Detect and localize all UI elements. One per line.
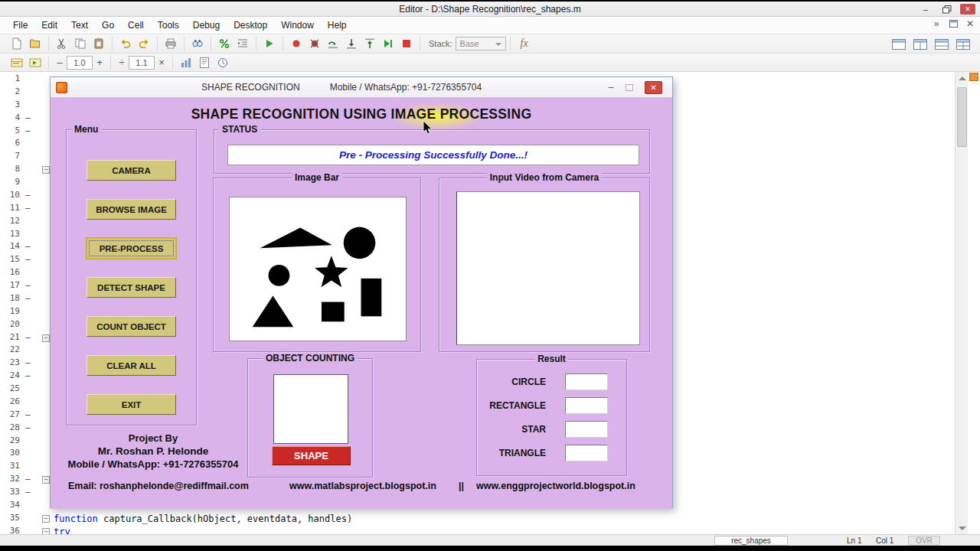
menu-button[interactable]: CLEAR ALL [87, 355, 176, 376]
gui-maximize-button[interactable] [620, 80, 639, 94]
close-document-icon[interactable]: ✕ [965, 18, 975, 29]
insert-function-icon[interactable]: fx [521, 37, 528, 50]
gui-window-title: SHAPE RECOGNITION [201, 82, 300, 93]
increment-value-button[interactable]: + [93, 56, 106, 70]
menu-button[interactable]: BROWSE IMAGE [87, 199, 176, 220]
comment-icon[interactable] [216, 36, 233, 51]
run-icon[interactable] [261, 36, 278, 51]
line-number-row: 26 [0, 396, 35, 409]
insert-cell-divider-icon[interactable] [8, 55, 25, 70]
menu-item[interactable]: Window [274, 18, 321, 33]
publish-icon[interactable] [196, 55, 213, 70]
dock-icon[interactable] [948, 18, 959, 29]
divide-value-button[interactable]: ÷ [115, 56, 129, 70]
shape-count-button[interactable]: SHAPE [272, 446, 351, 465]
line-numbers: 1234–5–678910–11–121314–15–1617–18–19202… [0, 73, 35, 534]
toolbar-separator [510, 37, 511, 51]
menu-item[interactable]: Tools [151, 18, 186, 33]
scrollbar-down-arrow[interactable] [956, 522, 969, 534]
toolbar-separator [283, 37, 283, 51]
editor-pane[interactable]: 1234–5–678910–11–121314–15–1617–18–19202… [0, 72, 980, 534]
layout-maximize-icon[interactable] [890, 37, 907, 52]
line-number-row: 35 [0, 512, 35, 525]
redo-icon[interactable] [136, 36, 152, 51]
evaluate-cell-icon[interactable] [27, 55, 44, 70]
close-button[interactable]: ✕ [960, 4, 975, 15]
step-out-icon[interactable] [361, 36, 378, 51]
step-icon[interactable] [325, 36, 341, 51]
menu-panel-label: Menu [71, 124, 101, 135]
line-number-row: 31 [0, 460, 35, 473]
menu-item[interactable]: Edit [34, 18, 64, 33]
statusbar: rec_shapes Ln 1 Col 1 OVR [0, 534, 980, 546]
indent-icon[interactable] [234, 36, 251, 51]
layout-tile-icon[interactable] [955, 37, 972, 52]
gui-titlebar[interactable]: SHAPE RECOGNITION Mobile / WhatsApp: +91… [51, 77, 672, 98]
result-value-input[interactable] [565, 445, 608, 461]
gui-minimize-button[interactable]: – [602, 80, 620, 94]
gui-close-button[interactable]: ✕ [645, 81, 662, 94]
print-icon[interactable] [162, 36, 179, 51]
code-fold-icon[interactable]: – [42, 334, 50, 342]
decrement-value-button[interactable]: – [53, 56, 67, 70]
code-fold-icon[interactable]: – [42, 166, 50, 174]
menu-item[interactable]: Text [64, 18, 95, 33]
camera-video-panel: Input Video from Camera [439, 178, 650, 352]
result-value-input[interactable] [565, 397, 608, 414]
scrollbar-up-arrow[interactable] [956, 72, 969, 84]
toolbar-separator [157, 37, 158, 51]
code-fold-icon[interactable]: – [42, 515, 50, 523]
line-number-row: 22 [0, 344, 35, 357]
result-value-input[interactable] [565, 373, 608, 390]
open-file-icon[interactable] [27, 36, 44, 51]
menu-button[interactable]: DETECT SHAPE [87, 277, 176, 298]
matlab-titlebar[interactable]: Editor - D:\Shape Recognition\rec_shapes… [0, 2, 980, 17]
clock-icon[interactable] [214, 55, 231, 70]
set-breakpoint-icon[interactable] [288, 36, 305, 51]
status-message-field[interactable]: Pre - Processing Successfully Done...! [227, 145, 639, 165]
clear-breakpoints-icon[interactable] [306, 36, 323, 51]
menu-item[interactable]: File [6, 18, 34, 33]
find-icon[interactable] [189, 36, 206, 51]
line-number-row: 17– [0, 279, 35, 292]
value-step-input[interactable] [67, 56, 93, 70]
menu-item[interactable]: Cell [121, 18, 151, 33]
menu-item[interactable]: Help [321, 18, 354, 33]
stack-dropdown[interactable]: Base [456, 37, 506, 51]
cut-icon[interactable] [54, 36, 70, 51]
restore-button[interactable] [939, 4, 956, 15]
menu-item[interactable]: Go [95, 18, 121, 33]
paste-icon[interactable] [90, 36, 107, 51]
menu-button[interactable]: CAMERA [87, 160, 176, 181]
step-in-icon[interactable] [343, 36, 360, 51]
line-number-row: 20 [0, 318, 35, 331]
line-number-row: 33– [0, 486, 35, 499]
result-value-input[interactable] [565, 421, 608, 438]
new-file-icon[interactable] [8, 36, 25, 51]
file-tab[interactable]: rec_shapes [714, 536, 788, 546]
warning-marker[interactable] [969, 73, 978, 81]
copy-icon[interactable] [72, 36, 89, 51]
editor-scrollbar[interactable] [955, 72, 968, 534]
menu-item[interactable]: Desktop [227, 18, 274, 33]
mouse-cursor [423, 121, 433, 136]
scrollbar-thumb[interactable] [957, 87, 967, 147]
profiler-icon[interactable] [178, 55, 194, 70]
code-fold-icon[interactable]: – [42, 528, 50, 534]
value-factor-input[interactable] [129, 56, 155, 70]
undo-icon[interactable] [117, 36, 134, 51]
exit-debug-icon[interactable] [398, 36, 415, 51]
code-fold-icon[interactable]: – [42, 476, 50, 484]
multiply-value-button[interactable]: × [155, 56, 168, 70]
minimize-button[interactable]: – [917, 4, 934, 15]
overflow-icon[interactable]: » [931, 18, 942, 29]
menu-button[interactable]: EXIT [87, 394, 176, 415]
line-number-row: 7 [0, 150, 35, 163]
object-count-display[interactable] [273, 374, 348, 444]
layout-split-vertical-icon[interactable] [912, 37, 929, 52]
continue-icon[interactable] [380, 36, 397, 51]
menu-item[interactable]: Debug [186, 18, 227, 33]
menu-button[interactable]: PRE-PROCESS [87, 238, 176, 259]
layout-split-horizontal-icon[interactable] [933, 37, 950, 52]
menu-button[interactable]: COUNT OBJECT [87, 316, 176, 337]
